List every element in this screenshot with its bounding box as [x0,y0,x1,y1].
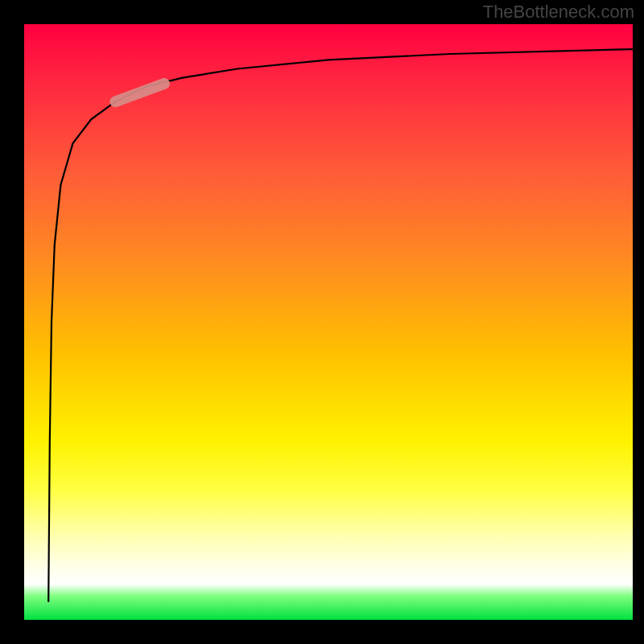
highlight-segment [115,84,163,101]
chart-container: TheBottleneck.com [0,0,644,644]
watermark-text: TheBottleneck.com [483,2,634,23]
curve-layer [24,24,633,620]
bottleneck-curve [48,49,633,602]
